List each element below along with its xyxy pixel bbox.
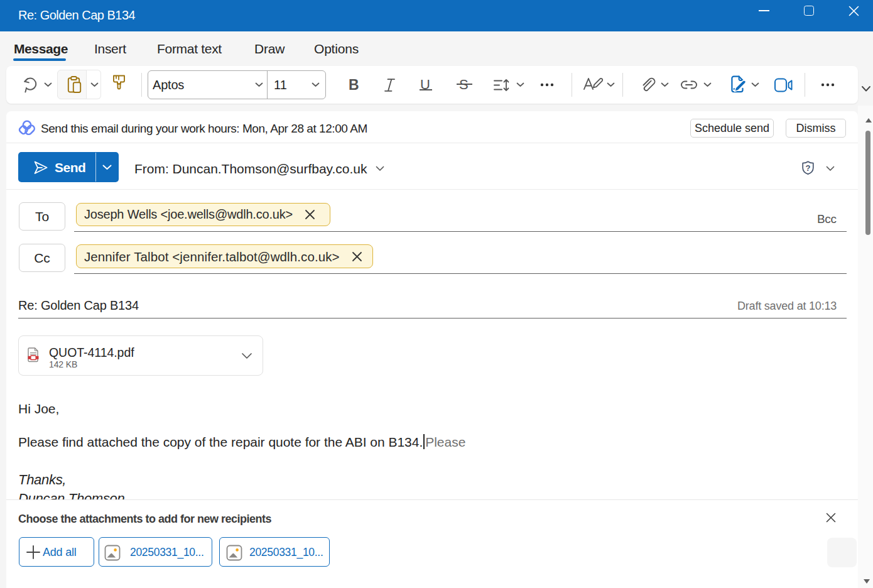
svg-text:?: ? (806, 163, 811, 173)
